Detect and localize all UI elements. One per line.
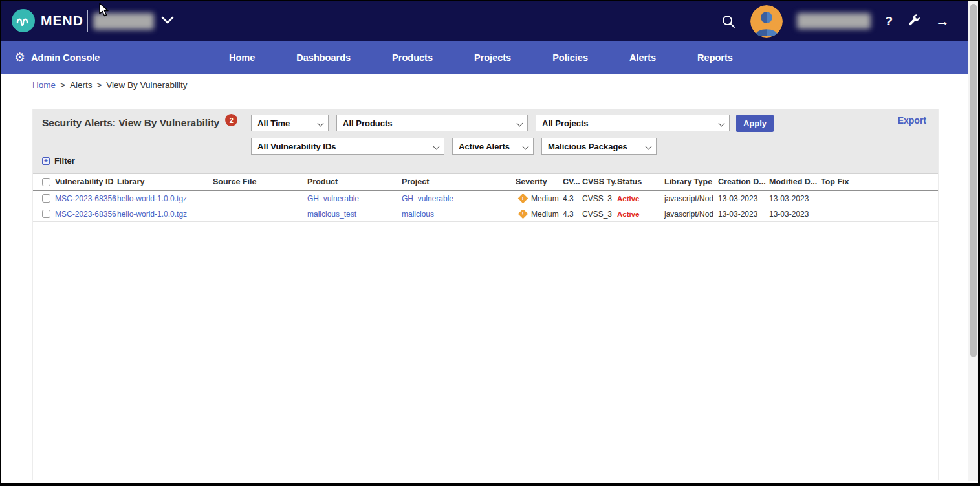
col-product[interactable]: Product [307, 177, 402, 186]
projects-dropdown[interactable]: All Projects [536, 115, 730, 131]
severity-label: Medium [531, 194, 559, 203]
export-link[interactable]: Export [898, 115, 926, 126]
cvss-type-cell: CVSS_3 [582, 210, 617, 219]
vertical-scrollbar-thumb[interactable] [970, 4, 977, 357]
alert-type-dropdown[interactable]: Malicious Packages [541, 138, 657, 155]
redacted-organization-name [93, 13, 154, 30]
user-avatar[interactable] [750, 5, 783, 38]
col-cvss-type[interactable]: CVSS Ty... [582, 177, 617, 186]
severity-medium-icon: ! [518, 210, 528, 219]
cvss-score-cell: 4.3 [563, 210, 582, 219]
vulnerability-id-link[interactable]: MSC-2023-68356 [55, 194, 117, 203]
breadcrumb-separator: > [96, 80, 102, 90]
search-icon[interactable] [721, 14, 736, 29]
project-link[interactable]: malicious [402, 210, 516, 219]
nav-menu: Home Dashboards Products Projects Polici… [229, 41, 733, 74]
gear-icon: ⚙ [14, 51, 25, 63]
cvss-type-cell: CVSS_3 [582, 194, 617, 203]
creation-date-cell: 13-03-2023 [718, 210, 769, 219]
wrench-icon[interactable] [907, 13, 921, 30]
col-library-type[interactable]: Library Type [664, 177, 718, 186]
logout-arrow-icon[interactable]: → [935, 14, 950, 28]
breadcrumb-home[interactable]: Home [32, 80, 56, 90]
table-header-row: Vulnerability ID Library Source File Pro… [33, 173, 938, 191]
chevron-down-icon[interactable] [160, 16, 175, 27]
col-top-fix[interactable]: Top Fix [821, 177, 938, 186]
severity-cell: ! Medium [516, 210, 563, 219]
col-creation-date[interactable]: Creation D... [718, 177, 769, 186]
project-link[interactable]: GH_vulnerable [402, 194, 516, 203]
admin-console-label: Admin Console [31, 52, 100, 63]
admin-console-button[interactable]: ⚙ Admin Console [14, 41, 100, 74]
mend-logo[interactable]: MEND [12, 9, 83, 32]
col-cvss-score[interactable]: CV... [563, 177, 582, 186]
library-link[interactable]: hello-world-1.0.0.tgz [117, 194, 213, 203]
help-icon[interactable]: ? [885, 14, 893, 28]
select-all-checkbox[interactable] [42, 178, 50, 186]
nav-item-reports[interactable]: Reports [697, 52, 733, 63]
nav-item-projects[interactable]: Projects [474, 52, 511, 63]
table-row: MSC-2023-68356 hello-world-1.0.0.tgz mal… [33, 206, 938, 222]
brand-name: MEND [41, 13, 83, 28]
col-vulnerability-id[interactable]: Vulnerability ID [55, 177, 117, 186]
nav-item-products[interactable]: Products [392, 52, 433, 63]
filter-expander[interactable]: + Filter [42, 156, 75, 166]
modified-date-cell: 13-03-2023 [769, 194, 821, 203]
breadcrumb-alerts[interactable]: Alerts [70, 80, 93, 90]
nav-item-home[interactable]: Home [229, 52, 255, 63]
status-badge: Active [617, 195, 664, 203]
vulnerability-id-link[interactable]: MSC-2023-68356 [55, 210, 117, 219]
top-bar: MEND ? [1, 1, 968, 41]
severity-cell: ! Medium [516, 194, 563, 203]
severity-label: Medium [531, 210, 559, 219]
vertical-scrollbar-track[interactable] [968, 1, 978, 481]
product-link[interactable]: GH_vulnerable [307, 194, 402, 203]
topbar-divider [87, 10, 88, 32]
mend-admin-console-page: MEND ? [0, 0, 980, 486]
expand-plus-icon: + [42, 157, 50, 165]
breadcrumb-current: View By Vulnerability [106, 80, 187, 90]
col-library[interactable]: Library [117, 177, 213, 186]
page-title: Security Alerts: View By Vulnerability [42, 117, 219, 129]
filters-header: Security Alerts: View By Vulnerability 2… [33, 109, 938, 173]
chevron-down-icon [646, 144, 652, 150]
modified-date-cell: 13-03-2023 [769, 210, 821, 219]
nav-item-alerts[interactable]: Alerts [629, 52, 656, 63]
security-alerts-panel: Security Alerts: View By Vulnerability 2… [32, 109, 939, 480]
breadcrumb: Home > Alerts > View By Vulnerability [32, 80, 188, 90]
row-checkbox[interactable] [42, 210, 50, 218]
col-status[interactable]: Status [617, 177, 664, 186]
alert-status-dropdown[interactable]: Active Alerts [452, 138, 534, 155]
nav-item-policies[interactable]: Policies [552, 52, 588, 63]
main-nav-bar: ⚙ Admin Console Home Dashboards Products… [1, 41, 968, 74]
apply-button[interactable]: Apply [736, 115, 774, 132]
chevron-down-icon [517, 120, 523, 127]
status-badge: Active [617, 210, 664, 218]
product-link[interactable]: malicious_test [307, 210, 402, 219]
filter-label: Filter [54, 156, 75, 166]
mend-wave-icon [12, 9, 35, 32]
library-link[interactable]: hello-world-1.0.0.tgz [117, 210, 213, 219]
library-type-cell: javascript/Nod [664, 194, 718, 203]
severity-medium-icon: ! [518, 194, 528, 203]
library-type-cell: javascript/Nod [664, 210, 718, 219]
alert-count-badge: 2 [225, 114, 237, 126]
cvss-score-cell: 4.3 [563, 194, 582, 203]
chevron-down-icon [523, 144, 529, 150]
redacted-user-name [797, 13, 871, 29]
vulnerability-ids-dropdown[interactable]: All Vulnerability IDs [251, 138, 444, 155]
creation-date-cell: 13-03-2023 [718, 194, 769, 203]
products-dropdown[interactable]: All Products [336, 115, 528, 131]
row-checkbox[interactable] [42, 194, 50, 203]
col-source-file[interactable]: Source File [213, 177, 307, 186]
chevron-down-icon [318, 120, 324, 127]
col-modified-date[interactable]: Modified D... [769, 177, 821, 186]
table-row: MSC-2023-68356 hello-world-1.0.0.tgz GH_… [33, 191, 938, 206]
col-project[interactable]: Project [402, 177, 516, 186]
col-severity[interactable]: Severity [516, 177, 563, 186]
chevron-down-icon [719, 120, 725, 127]
time-range-dropdown[interactable]: All Time [251, 115, 329, 131]
breadcrumb-separator: > [60, 80, 65, 90]
nav-item-dashboards[interactable]: Dashboards [296, 52, 351, 63]
chevron-down-icon [433, 144, 440, 150]
